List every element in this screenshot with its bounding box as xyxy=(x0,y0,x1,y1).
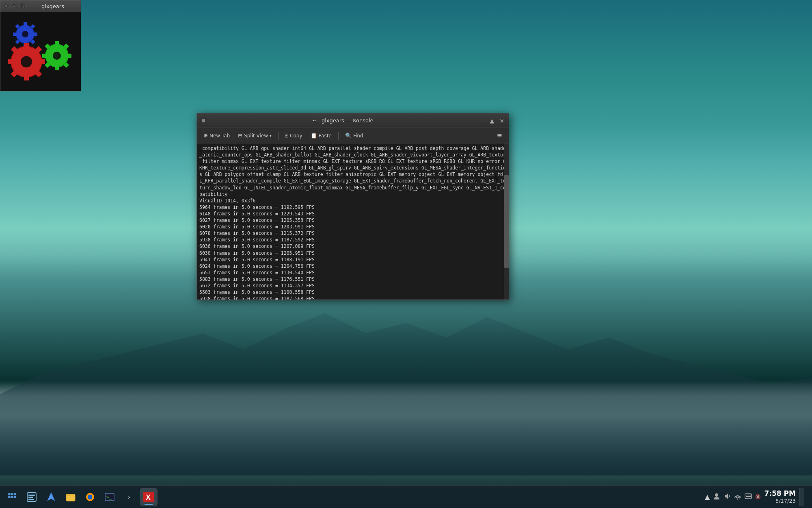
taskbar-app-launcher[interactable] xyxy=(3,488,21,506)
glxgears-window: × − □ glxgears xyxy=(0,0,81,91)
svg-point-30 xyxy=(8,493,11,495)
svg-point-11 xyxy=(21,56,32,67)
network-icon xyxy=(734,493,741,500)
new-tab-button[interactable]: ⊕ New Tab xyxy=(200,131,233,140)
discover-icon xyxy=(46,492,56,502)
svg-text:>_: >_ xyxy=(106,495,112,500)
toolbar-separator-2 xyxy=(338,132,339,140)
system-tray: ▲ xyxy=(700,488,809,506)
svg-point-33 xyxy=(8,496,11,498)
svg-rect-5 xyxy=(33,33,37,36)
mountain-overlay xyxy=(0,272,812,475)
toolbar-separator-1 xyxy=(278,132,279,140)
task-manager-icon xyxy=(26,492,37,502)
svg-rect-52 xyxy=(746,495,747,495)
file-manager-icon xyxy=(65,492,76,502)
clock-date: 5/17/23 xyxy=(764,498,796,505)
svg-rect-4 xyxy=(13,33,17,36)
tray-network-icon[interactable] xyxy=(734,493,741,501)
svg-point-1 xyxy=(22,31,28,37)
glxgears-minimize-btn[interactable]: − xyxy=(11,3,17,9)
svg-rect-12 xyxy=(24,43,29,49)
copy-label: Copy xyxy=(290,133,302,139)
svg-point-35 xyxy=(14,496,16,498)
svg-rect-15 xyxy=(39,59,45,64)
taskbar-task-manager[interactable] xyxy=(23,488,41,506)
svg-point-21 xyxy=(53,52,61,60)
svg-point-48 xyxy=(715,493,718,497)
find-label: Find xyxy=(353,133,363,139)
svg-marker-40 xyxy=(48,493,55,501)
paste-label: Paste xyxy=(319,133,332,139)
svg-rect-24 xyxy=(42,54,47,58)
taskbar-discover[interactable] xyxy=(42,488,60,506)
glxgears-maximize-btn[interactable]: □ xyxy=(19,3,26,9)
svg-rect-14 xyxy=(8,59,13,64)
taskbar-firefox[interactable] xyxy=(81,488,99,506)
split-view-icon: ⊟ xyxy=(238,132,242,139)
taskbar-file-manager[interactable] xyxy=(62,488,80,506)
konsole-maximize-btn[interactable]: ▲ xyxy=(488,117,496,124)
terminal-scrollbar[interactable] xyxy=(504,143,509,300)
konsole-title: ~ : glxgears — Konsole xyxy=(209,117,476,124)
svg-rect-53 xyxy=(748,495,749,495)
konsole-body[interactable]: _compatibility GL_ARB_gpu_shader_int64 G… xyxy=(197,143,509,300)
tray-expand-btn[interactable]: ▲ xyxy=(705,493,710,501)
glxgears-close-btn[interactable]: × xyxy=(3,3,9,9)
new-tab-icon: ⊕ xyxy=(203,132,208,139)
scrollbar-thumb[interactable] xyxy=(504,175,509,268)
svg-rect-13 xyxy=(24,75,29,80)
terminal-output[interactable]: _compatibility GL_ARB_gpu_shader_int64 G… xyxy=(197,143,504,300)
svg-rect-22 xyxy=(55,41,59,46)
svg-rect-2 xyxy=(24,22,27,26)
copy-icon: ⎘ xyxy=(285,132,288,139)
app-launcher-icon xyxy=(7,492,17,502)
keyboard-icon xyxy=(745,493,752,499)
tray-user-icon[interactable] xyxy=(713,493,720,501)
konsole-minimize-btn[interactable]: − xyxy=(479,117,486,124)
menu-button[interactable]: ≡ xyxy=(494,130,505,141)
svg-marker-49 xyxy=(725,493,728,499)
taskbar-konsole[interactable]: >_ xyxy=(101,488,119,506)
konsole-toolbar: ⊕ New Tab ⊟ Split View ▾ ⎘ Copy 📋 Paste … xyxy=(197,128,509,143)
find-button[interactable]: 🔍 Find xyxy=(342,131,367,140)
split-view-arrow: ▾ xyxy=(270,133,272,138)
taskbar-more-apps[interactable]: › xyxy=(120,488,138,506)
gears-svg xyxy=(4,13,77,90)
konsole-titlebar: ■ ~ : glxgears — Konsole − ▲ × xyxy=(197,113,509,128)
glxgears-title: glxgears xyxy=(27,3,78,9)
x-app-icon: X xyxy=(143,491,155,503)
tray-volume-icon[interactable]: 🔇 xyxy=(755,494,761,499)
paste-icon: 📋 xyxy=(311,132,317,139)
taskbar-x-icon[interactable]: X xyxy=(140,488,158,506)
system-clock[interactable]: 7:58 PM 5/17/23 xyxy=(764,489,796,505)
paste-button[interactable]: 📋 Paste xyxy=(307,131,335,140)
svg-point-50 xyxy=(737,498,739,499)
desktop: × − □ glxgears xyxy=(0,0,812,508)
glxgears-titlebar: × − □ glxgears xyxy=(0,0,81,12)
svg-rect-23 xyxy=(55,65,59,70)
split-view-button[interactable]: ⊟ Split View ▾ xyxy=(235,131,275,140)
konsole-title-icon: ■ xyxy=(200,117,207,124)
clock-time: 7:58 PM xyxy=(764,489,796,498)
svg-rect-37 xyxy=(28,495,35,496)
more-apps-icon: › xyxy=(127,493,130,501)
hamburger-icon: ≡ xyxy=(497,132,502,139)
tray-audio-icon[interactable] xyxy=(723,493,731,501)
konsole-close-btn[interactable]: × xyxy=(498,117,505,124)
svg-rect-55 xyxy=(746,496,751,497)
user-icon xyxy=(713,493,720,500)
svg-rect-25 xyxy=(67,54,71,58)
audio-icon xyxy=(723,493,731,500)
svg-rect-41 xyxy=(66,494,75,501)
tray-keyboard-icon[interactable] xyxy=(745,493,752,501)
copy-button[interactable]: ⎘ Copy xyxy=(282,131,305,140)
firefox-icon xyxy=(85,492,95,502)
find-icon: 🔍 xyxy=(345,132,352,139)
glxgears-canvas xyxy=(0,12,81,91)
split-view-label: Split View xyxy=(244,133,268,139)
show-desktop-button[interactable] xyxy=(799,488,804,506)
svg-point-31 xyxy=(11,493,13,495)
svg-rect-38 xyxy=(28,497,33,498)
konsole-window: ■ ~ : glxgears — Konsole − ▲ × ⊕ New Tab… xyxy=(197,113,509,300)
